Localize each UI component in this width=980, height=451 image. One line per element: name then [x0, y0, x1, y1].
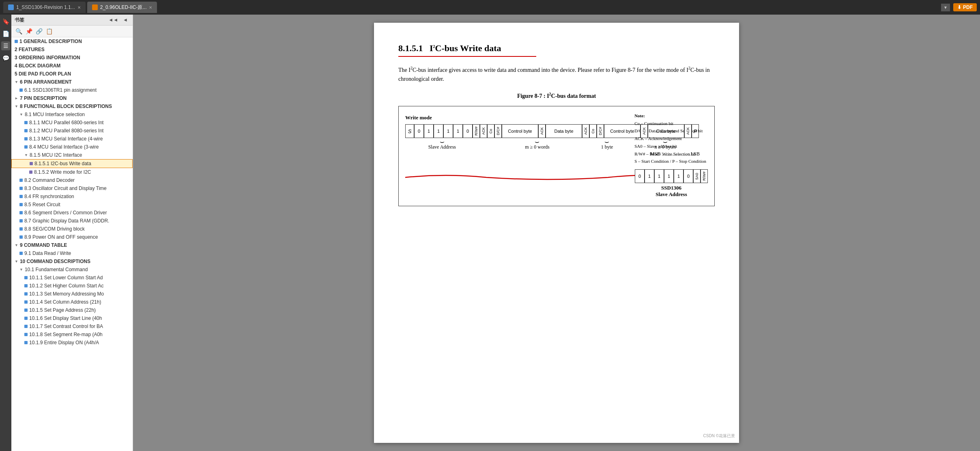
- toc-item-8-1[interactable]: ▼ 8.1 MCU Interface selection: [11, 110, 133, 119]
- data-byte-1: Data byte: [546, 124, 582, 138]
- co-cell-2: Co: [589, 124, 597, 138]
- toc-item-6[interactable]: ▼ 6 PIN ARRANGEMENT: [11, 78, 133, 86]
- toc-label-1: 1 GENERAL DESCRIPTION: [19, 39, 82, 44]
- toc-item-10-1-5[interactable]: 10.1.5 Set Page Address (22h): [11, 306, 133, 314]
- toc-item-8-4[interactable]: 8.4 FR synchronization: [11, 192, 133, 201]
- dc-cell-2: D/C#: [597, 124, 604, 138]
- toc-label-10-1-2: 10.1.2 Set Higher Column Start Ac: [29, 283, 103, 289]
- toc-icon-10-1-7: [24, 325, 28, 328]
- toc-item-8-1-5-2[interactable]: 8.1.5.2 Write mode for I2C: [11, 168, 133, 176]
- toc-label-9: 9 COMMAND TABLE: [20, 242, 67, 248]
- toc-item-9-1[interactable]: 9.1 Data Read / Write: [11, 249, 133, 257]
- toc-item-10-1[interactable]: ▼ 10.1 Fundamental Command: [11, 265, 133, 274]
- toc-arrow-10: ▼: [15, 259, 18, 263]
- toc-label-10-1-4: 10.1.4 Set Column Address (21h): [29, 299, 101, 305]
- bot-bit-1: 1: [645, 169, 654, 183]
- sidebar-tool-1[interactable]: 🔍: [15, 27, 23, 35]
- toc-icon-10-1-9: [24, 341, 28, 344]
- tab-1[interactable]: 1_SSD1306-Revision 1.1... ✕: [3, 2, 86, 13]
- bottom-diagram: 0 1 1 1 1 0 SA0 R/W# SSD1306 Slave Addre…: [405, 169, 708, 198]
- sidebar-tool-3[interactable]: 🔗: [35, 27, 43, 35]
- toc-item-7[interactable]: ► 7 PIN DESCRIPTION: [11, 94, 133, 102]
- toc-item-3[interactable]: 3 ORDERING INFORMATION: [11, 54, 133, 62]
- top-bar-right: ▼ ⬇ PDF: [941, 3, 977, 11]
- toc-label-10-1-9: 10.1.9 Entire Display ON (A4h/A: [29, 340, 99, 345]
- toc-label-8-4: 8.4 FR synchronization: [24, 194, 74, 199]
- toc-item-8-1-5-1[interactable]: 8.1.5.1 I2C-bus Write data: [11, 159, 133, 168]
- toc-label-8-1-5-2: 8.1.5.2 Write mode for I2C: [34, 169, 91, 175]
- title-underline: [398, 56, 536, 57]
- icon-bookmark[interactable]: 🔖: [1, 17, 10, 26]
- toc-item-10[interactable]: ▼ 10 COMMAND DESCRIPTIONS: [11, 257, 133, 265]
- tab-dropdown-btn[interactable]: ▼: [941, 4, 950, 11]
- bottom-bits-group: 0 1 1 1 1 0 SA0 R/W# SSD1306 Slave Addre…: [635, 169, 708, 198]
- toc-item-8-2[interactable]: 8.2 Command Decoder: [11, 176, 133, 184]
- toc-item-8-1-1[interactable]: 8.1.1 MCU Parallel 6800-series Int: [11, 119, 133, 127]
- toc-item-10-1-3[interactable]: 10.1.3 Set Memory Addressing Mo: [11, 290, 133, 298]
- tab-close-2[interactable]: ✕: [149, 5, 152, 10]
- icon-toc[interactable]: ☰: [1, 41, 10, 50]
- toc-item-8-7[interactable]: 8.7 Graphic Display Data RAM (GDDR.: [11, 217, 133, 225]
- pdf-button[interactable]: ⬇ PDF: [953, 3, 977, 11]
- toc-item-10-1-8[interactable]: 10.1.8 Set Segment Re-map (A0h: [11, 330, 133, 339]
- toc-item-5[interactable]: 5 DIE PAD FLOOR PLAN: [11, 70, 133, 78]
- toc-icon-10-1-4: [24, 300, 28, 304]
- tab-close-1[interactable]: ✕: [77, 5, 81, 10]
- toc-arrow-7: ►: [15, 96, 18, 100]
- toc-icon-8-1-1: [24, 121, 28, 124]
- toc-item-8-1-5[interactable]: ▼ 8.1.5 MCU I2C Interface: [11, 151, 133, 159]
- toc-label-8-2: 8.2 Command Decoder: [24, 177, 75, 183]
- toc-item-9[interactable]: ▼ 9 COMMAND TABLE: [11, 241, 133, 249]
- notes-label: Note:: [634, 113, 645, 118]
- toc-item-8-1-2[interactable]: 8.1.2 MCU Parallel 8080-series Int: [11, 127, 133, 135]
- sidebar-tool-2[interactable]: 📌: [25, 27, 33, 35]
- tab-2[interactable]: 2_0.96OLED-IIC-原... ✕: [87, 2, 157, 13]
- toc-item-10-1-6[interactable]: 10.1.6 Set Display Start Line (40h: [11, 314, 133, 322]
- one-byte-label: 1 byte: [591, 144, 622, 150]
- toc-label-10: 10 COMMAND DESCRIPTIONS: [20, 259, 90, 264]
- toc-item-8-1-4[interactable]: 8.4 MCU Serial Interface (3-wire: [11, 143, 133, 151]
- toc-label-8-1-5: 8.1.5 MCU I2C Interface: [30, 152, 82, 158]
- bot-bit-2: 1: [654, 169, 664, 183]
- section-title-prefix: I: [430, 43, 433, 53]
- toc-item-8[interactable]: ▼ 8 FUNCTIONAL BLOCK DESCRIPTIONS: [11, 102, 133, 110]
- note-rw: R/W# – Read / Write Selection bit: [634, 151, 696, 156]
- icon-page[interactable]: 📄: [1, 29, 10, 38]
- toc-item-8-3[interactable]: 8.3 Oscillator Circuit and Display Time: [11, 184, 133, 192]
- toc-item-8-5[interactable]: 8.5 Reset Circuit: [11, 201, 133, 209]
- sidebar-tool-4[interactable]: 📋: [45, 27, 54, 35]
- icon-comment[interactable]: 💬: [1, 54, 10, 63]
- toc-item-8-9[interactable]: 8.9 Power ON and OFF sequence: [11, 233, 133, 241]
- toc-icon-8-1-5-2: [29, 170, 32, 174]
- ack-cell-3: ACK: [582, 124, 589, 138]
- tab-icon-1: [8, 4, 14, 10]
- toc-icon-1: [15, 40, 18, 43]
- toc-item-10-1-9[interactable]: 10.1.9 Entire Display ON (A4h/A: [11, 339, 133, 347]
- toc-item-1[interactable]: 1 GENERAL DESCRIPTION: [11, 37, 133, 45]
- toc-label-8: 8 FUNCTIONAL BLOCK DESCRIPTIONS: [20, 104, 112, 109]
- watermark: CSDN ©花落已景: [703, 433, 735, 439]
- toc-label-8-1-2: 8.1.2 MCU Parallel 8080-series Int: [29, 128, 103, 134]
- toc-icon-8-9: [19, 235, 23, 239]
- icon-bar: 🔖 📄 ☰ 💬: [0, 15, 11, 451]
- toc-item-8-1-3[interactable]: 8.1.3 MCU Serial Interface (4-wire: [11, 135, 133, 143]
- toc-item-8-6[interactable]: 8.6 Segment Drivers / Common Driver: [11, 209, 133, 217]
- bot-bit-0: 0: [635, 169, 645, 183]
- section-title-suffix: C-bus Write data: [435, 43, 501, 53]
- bit-2: 1: [434, 124, 443, 138]
- toc-item-10-1-7[interactable]: 10.1.7 Set Contrast Control for BA: [11, 322, 133, 330]
- toc-icon-8-1-5-1: [30, 162, 33, 165]
- toc-item-2[interactable]: 2 FEATURES: [11, 45, 133, 54]
- toc-label-7: 7 PIN DESCRIPTION: [20, 95, 67, 101]
- toc-item-10-1-4[interactable]: 10.1.4 Set Column Address (21h): [11, 298, 133, 306]
- toc-item-8-8[interactable]: 8.8 SEG/COM Driving block: [11, 225, 133, 233]
- toc-item-10-1-1[interactable]: 10.1.1 Set Lower Column Start Ad: [11, 274, 133, 282]
- toc-label-10-1-5: 10.1.5 Set Page Address (22h): [29, 307, 96, 313]
- toc-icon-10-1-3: [24, 292, 28, 296]
- figure-label: Figure 8-7 : I: [517, 93, 549, 99]
- toc-item-10-1-2[interactable]: 10.1.2 Set Higher Column Start Ac: [11, 282, 133, 290]
- toc-item-6-1[interactable]: 6.1 SSD1306TR1 pin assignment: [11, 86, 133, 94]
- nav-next-btn[interactable]: ◄: [121, 16, 129, 24]
- toc-item-4[interactable]: 4 BLOCK DIAGRAM: [11, 62, 133, 70]
- nav-prev-btn[interactable]: ◄◄: [107, 16, 120, 24]
